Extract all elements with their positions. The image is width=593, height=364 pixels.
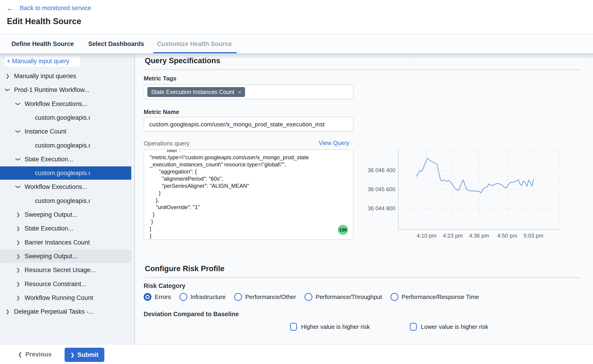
- tree-item[interactable]: ❯ custom.googleapis.co: [0, 194, 131, 208]
- tree-item-label: Workflow Executions...: [25, 183, 87, 190]
- chevron-left-icon: ❮: [18, 351, 22, 358]
- previous-button-label: Previous: [25, 351, 52, 358]
- tree-item[interactable]: ❯ State Execution...: [0, 153, 131, 166]
- chevron-icon[interactable]: ❯: [5, 87, 10, 92]
- tree-item[interactable]: ❯ Resource Secret Usage...: [0, 263, 131, 277]
- chevron-icon[interactable]: ❯: [16, 240, 21, 245]
- chevron-icon[interactable]: ❯: [16, 267, 21, 273]
- tree-item[interactable]: ❯ Sweeping Output...: [0, 250, 131, 263]
- svg-text:4:23 pm: 4:23 pm: [443, 233, 463, 239]
- tree-item-label: custom.googleapis.co: [35, 169, 90, 177]
- page-header: ← Back to monitored service Edit Health …: [0, 0, 593, 34]
- tree-item[interactable]: ❯ Sweeping Output...: [0, 208, 131, 221]
- risk-category-radio-group: Errors Infrastructure Performance/Other …: [144, 292, 479, 301]
- risk-category-radio[interactable]: Infrastructure: [180, 293, 226, 301]
- radio-icon[interactable]: [391, 293, 398, 301]
- tree-item-label: State Execution...: [25, 225, 73, 232]
- section-divider: [145, 69, 581, 70]
- chevron-icon[interactable]: ❯: [15, 184, 21, 189]
- tree-item[interactable]: ❯ Delegate Perpetual Tasks -...: [0, 305, 131, 318]
- back-link-label: Back to monitored service: [20, 5, 91, 12]
- radio-icon[interactable]: [144, 293, 151, 301]
- deviation-checkbox[interactable]: Lower value is higher risk: [410, 322, 488, 331]
- tab-customize-health-source[interactable]: Customize Health Source: [157, 34, 232, 54]
- back-to-monitored-service-link[interactable]: ← Back to monitored service: [6, 4, 91, 12]
- previous-button[interactable]: ❮ Previous: [18, 344, 52, 364]
- metric-tags-label: Metric Tags: [144, 75, 176, 82]
- risk-category-radio[interactable]: Errors: [144, 293, 171, 301]
- svg-text:36 045 600: 36 045 600: [368, 186, 395, 192]
- operations-query-textarea[interactable]: "filter": "metric.type=\"custom.googleap…: [144, 149, 353, 240]
- tree-item-label: Workflow Executions...: [25, 100, 87, 108]
- chevron-icon[interactable]: ❯: [16, 254, 21, 259]
- risk-category-radio[interactable]: Performance/Response Time: [391, 293, 479, 301]
- radio-icon[interactable]: [234, 293, 242, 301]
- tab-select-dashboards[interactable]: Select Dashboards: [88, 34, 144, 54]
- metric-name-input[interactable]: custom.googleapis.com/user/x_mongo_prod_…: [144, 117, 353, 132]
- radio-icon[interactable]: [180, 293, 187, 301]
- add-manual-query-button[interactable]: + Manually input query: [5, 56, 80, 66]
- content-area: + Manually input query ❯ Manually input …: [0, 53, 593, 344]
- wizard-tabbar: Define Health Source Select Dashboards C…: [0, 34, 593, 53]
- tree-item[interactable]: ❯ Prod-1 Runtime Workflow...: [0, 83, 131, 97]
- tree-item[interactable]: ❯ custom.googleapis.co: [0, 166, 131, 180]
- deviation-checkbox[interactable]: Higher value is higher risk: [290, 322, 370, 331]
- tree-item-label: Instance Count: [25, 128, 66, 135]
- back-arrow-icon: ←: [6, 4, 14, 12]
- risk-category-radio[interactable]: Performance/Throughput: [305, 293, 382, 301]
- view-query-link[interactable]: View Query: [319, 139, 349, 147]
- tree-item-label: Sweeping Output...: [25, 253, 78, 260]
- tab-define-health-source[interactable]: Define Health Source: [12, 34, 74, 54]
- chevron-icon[interactable]: ❯: [16, 295, 21, 301]
- submit-button[interactable]: ❯ Submit: [65, 348, 104, 362]
- tree-item-label: Barrier Instances Count: [25, 239, 90, 246]
- svg-text:4:10 pm: 4:10 pm: [417, 233, 437, 239]
- radio-label: Performance/Response Time: [402, 293, 479, 301]
- tree-item[interactable]: ❯ Barrier Instances Count: [0, 236, 131, 249]
- main-panel: Query Specifications Metric Tags State E…: [135, 53, 593, 344]
- tree-item[interactable]: ❯ Workflow Executions...: [0, 97, 131, 110]
- radio-label: Infrastructure: [190, 293, 226, 301]
- metric-tag-chip[interactable]: State Execution Instances Count ×: [147, 87, 245, 97]
- metric-tags-input[interactable]: State Execution Instances Count ×: [144, 84, 353, 99]
- checkbox-label: Lower value is higher risk: [421, 323, 488, 331]
- tree-item[interactable]: ❯ custom.googleapis.co: [0, 111, 131, 124]
- chevron-icon[interactable]: ❯: [16, 281, 21, 287]
- chevron-icon[interactable]: ❯: [15, 129, 21, 134]
- chevron-icon[interactable]: ❯: [15, 157, 21, 162]
- chevron-icon[interactable]: ❯: [15, 101, 21, 106]
- tree-item[interactable]: ❯ State Execution...: [0, 222, 131, 235]
- metric-preview-chart: 36 046 40036 045 60036 044 8004:10 pm4:2…: [365, 147, 584, 246]
- checkbox-icon[interactable]: [410, 323, 417, 331]
- risk-category-radio[interactable]: Performance/Other: [234, 293, 296, 301]
- radio-label: Performance/Other: [245, 293, 296, 301]
- tree-item[interactable]: ❯ Instance Count: [0, 125, 131, 138]
- checkbox-icon[interactable]: [290, 323, 297, 331]
- tree-item[interactable]: ❯ Workflow Running Count: [0, 291, 131, 305]
- tree-item[interactable]: ❯ custom.googleapis.co: [0, 139, 131, 152]
- chevron-icon[interactable]: ❯: [16, 212, 21, 217]
- metric-name-label: Metric Name: [144, 109, 179, 116]
- chip-close-icon[interactable]: ×: [238, 89, 241, 95]
- query-specifications-heading: Query Specifications: [145, 56, 220, 65]
- tree-item[interactable]: ❯ Manually input queries: [0, 69, 131, 83]
- chevron-icon[interactable]: ❯: [5, 309, 10, 314]
- chevron-icon[interactable]: ❯: [16, 226, 21, 231]
- chevron-icon[interactable]: ❯: [5, 73, 10, 79]
- svg-text:4:36 pm: 4:36 pm: [469, 233, 489, 239]
- tree-item[interactable]: ❯ Resource Constraint...: [0, 277, 131, 291]
- tree-item-label: Delegate Perpetual Tasks -...: [14, 308, 94, 315]
- records-count-badge: 100: [338, 225, 348, 235]
- chevron-right-icon: ❯: [71, 352, 74, 358]
- tree-item-label: Sweeping Output...: [25, 211, 78, 218]
- tree-item-label: Resource Secret Usage...: [25, 266, 96, 274]
- operations-query-label: Operations query: [144, 140, 189, 147]
- tree-item-label: Prod-1 Runtime Workflow...: [14, 86, 89, 93]
- svg-text:36 044 800: 36 044 800: [368, 205, 395, 211]
- tree-item[interactable]: ❯ Workflow Executions...: [0, 180, 131, 194]
- radio-icon[interactable]: [305, 293, 312, 301]
- risk-category-label: Risk Category: [144, 282, 185, 290]
- query-tree-sidebar: + Manually input query ❯ Manually input …: [0, 53, 135, 344]
- page-title: Edit Health Source: [7, 17, 81, 26]
- tree-item-label: custom.googleapis.co: [35, 142, 90, 149]
